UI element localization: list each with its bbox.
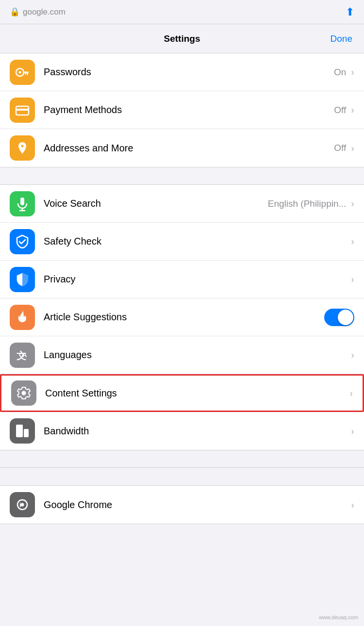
about-group: i Google Chrome › — [0, 485, 364, 524]
svg-text:i: i — [19, 501, 21, 509]
article-suggestions-item[interactable]: Article Suggestions — [0, 298, 364, 336]
addresses-label: Addresses and More — [44, 143, 334, 154]
bandwidth-icon — [10, 418, 35, 444]
addresses-chevron: › — [351, 143, 354, 154]
content-settings-icon — [11, 380, 36, 406]
search-privacy-group: Voice Search English (Philippin... › Saf… — [0, 185, 364, 450]
bandwidth-label: Bandwidth — [44, 426, 346, 437]
google-chrome-label: Google Chrome — [44, 499, 346, 511]
url-text: google.com — [23, 7, 66, 17]
svg-rect-14 — [16, 425, 23, 437]
privacy-label: Privacy — [44, 274, 346, 285]
languages-chevron: › — [351, 349, 354, 361]
autofill-group: Passwords On › Payment Methods Off › Add… — [0, 53, 364, 167]
content-settings-item[interactable]: Content Settings › — [0, 374, 364, 412]
svg-rect-7 — [20, 198, 24, 205]
bandwidth-chevron: › — [351, 426, 354, 437]
done-button[interactable]: Done — [331, 33, 352, 44]
svg-rect-4 — [25, 73, 26, 74]
payment-methods-value: Off — [334, 105, 346, 115]
addresses-item[interactable]: Addresses and More Off › — [0, 129, 364, 167]
svg-point-1 — [19, 71, 21, 73]
addresses-icon — [10, 135, 35, 161]
payment-methods-item[interactable]: Payment Methods Off › — [0, 91, 364, 129]
privacy-icon — [10, 267, 35, 292]
svg-rect-15 — [24, 429, 29, 437]
voice-search-value: English (Philippin... — [268, 198, 347, 209]
svg-rect-2 — [23, 71, 29, 73]
google-chrome-item[interactable]: i Google Chrome › — [0, 486, 364, 524]
browser-bar: 🔒 google.com ⬆ — [0, 0, 364, 24]
languages-item[interactable]: 文 A Languages › — [0, 336, 364, 374]
url-area: 🔒 google.com — [10, 7, 66, 17]
payment-methods-chevron: › — [351, 104, 354, 115]
safety-check-item[interactable]: Safety Check › — [0, 223, 364, 261]
safety-check-icon — [10, 229, 35, 254]
voice-search-icon — [10, 191, 35, 216]
passwords-chevron: › — [351, 66, 354, 78]
voice-search-chevron: › — [351, 198, 354, 209]
section-gap-1 — [0, 167, 364, 185]
lock-icon: 🔒 — [10, 7, 20, 17]
passwords-item[interactable]: Passwords On › — [0, 53, 364, 91]
article-suggestions-icon — [10, 305, 35, 330]
section-gap-2 — [0, 450, 364, 468]
languages-label: Languages — [44, 349, 346, 361]
languages-icon: 文 A — [10, 343, 35, 368]
article-suggestions-label: Article Suggestions — [44, 312, 324, 323]
google-chrome-icon: i — [10, 492, 35, 517]
privacy-chevron: › — [351, 274, 354, 285]
bandwidth-item[interactable]: Bandwidth › — [0, 412, 364, 450]
settings-header: Settings Done — [0, 24, 364, 53]
payment-methods-icon — [10, 98, 35, 123]
svg-text:A: A — [22, 351, 27, 359]
voice-search-item[interactable]: Voice Search English (Philippin... › — [0, 185, 364, 223]
safety-check-chevron: › — [351, 236, 354, 247]
privacy-item[interactable]: Privacy › — [0, 261, 364, 298]
voice-search-label: Voice Search — [44, 198, 268, 209]
safety-check-label: Safety Check — [44, 236, 346, 247]
content-settings-chevron: › — [349, 388, 353, 399]
watermark: www.deuaq.com — [319, 614, 358, 620]
share-icon[interactable]: ⬆ — [346, 6, 354, 18]
toggle-knob — [338, 310, 353, 325]
google-chrome-chevron: › — [351, 499, 354, 511]
passwords-label: Passwords — [44, 66, 334, 78]
addresses-value: Off — [334, 143, 346, 153]
page-title: Settings — [164, 33, 200, 44]
content-settings-label: Content Settings — [45, 388, 345, 399]
article-suggestions-toggle[interactable] — [324, 309, 354, 326]
payment-methods-label: Payment Methods — [44, 104, 334, 115]
svg-rect-3 — [27, 73, 28, 75]
passwords-icon — [10, 60, 35, 85]
passwords-value: On — [334, 67, 346, 78]
svg-rect-6 — [16, 109, 29, 111]
